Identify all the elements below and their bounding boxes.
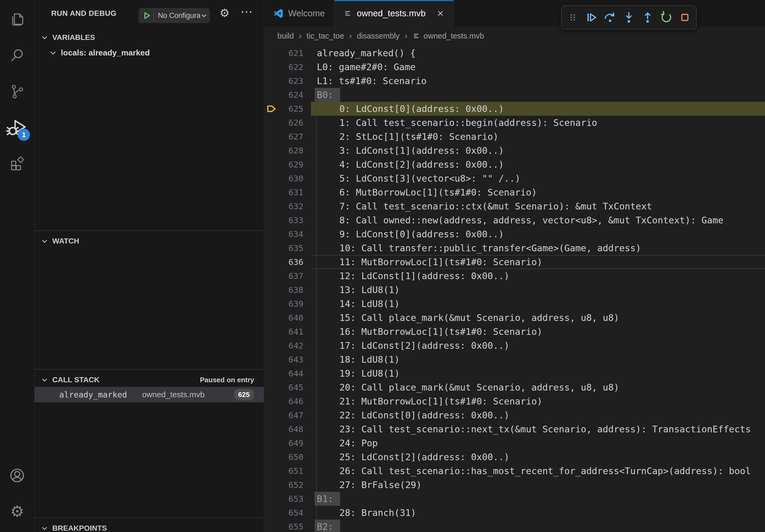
step-into-button[interactable] <box>621 10 636 25</box>
line-gutter[interactable]: 633 <box>264 213 311 227</box>
code-line[interactable]: 637 12: LdConst[1](address: 0x00..) <box>264 269 765 283</box>
line-gutter[interactable]: 643 <box>264 353 311 367</box>
line-text[interactable]: 21: MutBorrowLoc[1](ts#1#0: Scenario) <box>311 394 765 408</box>
code-line[interactable]: 628 3: LdConst[1](address: 0x00..) <box>264 143 765 157</box>
line-gutter[interactable]: 652 <box>264 478 311 492</box>
toolbar-drag-handle[interactable] <box>565 10 580 25</box>
line-gutter[interactable]: 635 <box>264 241 311 255</box>
step-over-button[interactable] <box>602 10 618 25</box>
line-text[interactable]: 0: LdConst[0](address: 0x00..) <box>311 102 765 116</box>
line-text[interactable]: 19: LdU8(1) <box>311 367 765 381</box>
line-gutter[interactable]: 628 <box>264 143 311 157</box>
start-debugging-button[interactable] <box>139 11 154 20</box>
line-text[interactable]: 22: LdConst[0](address: 0x00..) <box>311 408 765 422</box>
line-text[interactable]: 28: Branch(31) <box>311 506 765 520</box>
step-out-button[interactable] <box>640 10 655 25</box>
line-gutter[interactable]: 644 <box>264 367 311 381</box>
line-text[interactable]: 6: MutBorrowLoc[1](ts#1#0: Scenario) <box>311 185 765 199</box>
line-text[interactable]: 12: LdConst[1](address: 0x00..) <box>311 269 765 283</box>
line-text[interactable]: 18: LdU8(1) <box>311 353 765 367</box>
line-text[interactable]: 9: LdConst[0](address: 0x00..) <box>311 227 765 241</box>
line-text[interactable]: 11: MutBorrowLoc[1](ts#1#0: Scenario) <box>311 255 765 269</box>
code-line[interactable]: 634 9: LdConst[0](address: 0x00..) <box>264 227 765 241</box>
code-line[interactable]: 639 14: LdU8(1) <box>264 297 765 311</box>
code-line[interactable]: 650 25: LdConst[2](address: 0x00..) <box>264 450 765 464</box>
line-gutter[interactable]: 639 <box>264 297 311 311</box>
line-gutter[interactable]: 640 <box>264 311 311 325</box>
stop-button[interactable] <box>677 10 692 25</box>
line-gutter[interactable]: 625 <box>264 102 311 116</box>
line-gutter[interactable]: 645 <box>264 381 311 394</box>
restart-button[interactable] <box>659 10 674 25</box>
line-text[interactable]: 4: LdConst[2](address: 0x00..) <box>311 157 765 171</box>
line-text[interactable]: 2: StLoc[1](ts#1#0: Scenario) <box>311 130 765 143</box>
account-button[interactable] <box>0 457 34 493</box>
line-gutter[interactable]: 651 <box>264 464 311 478</box>
line-gutter[interactable]: 653 <box>264 492 311 506</box>
breadcrumb-item[interactable]: build <box>278 32 294 40</box>
line-gutter[interactable]: 636 <box>264 255 311 269</box>
section-breakpoints[interactable]: BREAKPOINTS <box>35 521 264 532</box>
line-text[interactable]: 5: LdConst[3](vector<u8>: "" /..) <box>311 171 765 185</box>
line-text[interactable]: 10: Call transfer::public_transfer<Game>… <box>311 241 765 255</box>
sidebar-item-search[interactable] <box>0 38 34 73</box>
line-text[interactable]: L0: game#2#0: Game <box>311 60 765 74</box>
code-line[interactable]: 644 19: LdU8(1) <box>264 367 765 381</box>
section-variables[interactable]: VARIABLES <box>35 30 264 45</box>
code-line[interactable]: 636 11: MutBorrowLoc[1](ts#1#0: Scenario… <box>264 255 765 269</box>
tab-welcome[interactable]: Welcome <box>264 0 334 27</box>
code-line[interactable]: 626 1: Call test_scenario::begin(address… <box>264 116 765 130</box>
line-gutter[interactable]: 629 <box>264 157 311 171</box>
line-gutter[interactable]: 624 <box>264 88 311 102</box>
section-call-stack[interactable]: CALL STACK Paused on entry <box>35 372 264 387</box>
line-text[interactable]: 3: LdConst[1](address: 0x00..) <box>311 143 765 157</box>
line-text[interactable]: 8: Call owned::new(address, address, vec… <box>311 213 765 227</box>
code-line[interactable]: 648 23: Call test_scenario::next_tx(&mut… <box>264 422 765 436</box>
code-line[interactable]: 654 28: Branch(31) <box>264 506 765 520</box>
code-line[interactable]: 645 20: Call place_mark(&mut Scenario, a… <box>264 381 765 394</box>
chevron-down-icon[interactable] <box>200 12 210 19</box>
line-text[interactable]: 20: Call place_mark(&mut Scenario, addre… <box>311 381 765 394</box>
line-gutter[interactable]: 631 <box>264 185 311 199</box>
line-text[interactable]: L1: ts#1#0: Scenario <box>311 74 765 88</box>
line-gutter[interactable]: 623 <box>264 74 311 88</box>
breadcrumb-item[interactable]: disassembly <box>357 32 399 40</box>
breadcrumb-item[interactable]: tic_tac_toe <box>307 32 344 40</box>
code-line[interactable]: 625 0: LdConst[0](address: 0x00..) <box>264 102 765 116</box>
sidebar-item-source-control[interactable] <box>0 73 34 109</box>
line-text[interactable]: 26: Call test_scenario::has_most_recent_… <box>311 464 765 478</box>
code-line[interactable]: 632 7: Call test_scenario::ctx(&mut Scen… <box>264 199 765 213</box>
breadcrumb-item-file[interactable]: owned_tests.mvb <box>412 32 484 40</box>
debug-settings-gear-icon[interactable]: ⚙ <box>220 8 230 19</box>
line-gutter[interactable]: 649 <box>264 436 311 450</box>
line-text[interactable]: 17: LdConst[2](address: 0x00..) <box>311 339 765 353</box>
line-text[interactable]: 15: Call place_mark(&mut Scenario, addre… <box>311 311 765 325</box>
line-text[interactable]: 16: MutBorrowLoc[1](ts#1#0: Scenario) <box>311 325 765 339</box>
line-gutter[interactable]: 621 <box>264 46 311 60</box>
code-line[interactable]: 623 L1: ts#1#0: Scenario <box>264 74 765 88</box>
code-editor[interactable]: 621 already_marked() { 622 L0: game#2#0:… <box>264 45 765 532</box>
line-gutter[interactable]: 655 <box>264 520 311 532</box>
code-line[interactable]: 653 B1: <box>264 492 765 506</box>
line-gutter[interactable]: 654 <box>264 506 311 520</box>
code-line[interactable]: 635 10: Call transfer::public_transfer<G… <box>264 241 765 255</box>
continue-button[interactable] <box>584 10 599 25</box>
code-line[interactable]: 624 B0: <box>264 88 765 102</box>
line-gutter[interactable]: 634 <box>264 227 311 241</box>
call-stack-frame[interactable]: already_marked owned_tests.mvb 625 <box>35 387 264 402</box>
line-text[interactable]: 13: LdU8(1) <box>311 283 765 297</box>
code-line[interactable]: 647 22: LdConst[0](address: 0x00..) <box>264 408 765 422</box>
line-gutter[interactable]: 647 <box>264 408 311 422</box>
line-text[interactable]: 1: Call test_scenario::begin(address): S… <box>311 116 765 130</box>
line-gutter[interactable]: 626 <box>264 116 311 130</box>
close-icon[interactable] <box>436 9 444 17</box>
line-text[interactable]: B1: <box>311 492 765 506</box>
line-text[interactable]: 24: Pop <box>311 436 765 450</box>
line-text[interactable]: 14: LdU8(1) <box>311 297 765 311</box>
line-gutter[interactable]: 650 <box>264 450 311 464</box>
line-text[interactable]: 23: Call test_scenario::next_tx(&mut Sce… <box>311 422 765 436</box>
tab-owned-tests[interactable]: owned_tests.mvb <box>334 0 454 27</box>
code-line[interactable]: 646 21: MutBorrowLoc[1](ts#1#0: Scenario… <box>264 394 765 408</box>
sidebar-item-extensions[interactable] <box>0 145 34 181</box>
line-gutter[interactable]: 646 <box>264 394 311 408</box>
